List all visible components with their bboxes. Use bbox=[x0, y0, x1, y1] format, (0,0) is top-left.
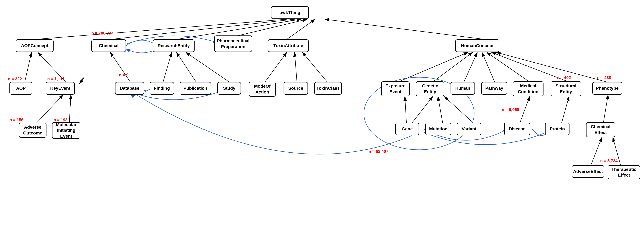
svg-line-26 bbox=[496, 52, 607, 82]
aop-node: AOP bbox=[10, 82, 32, 95]
adverse-outcome-node: AdverseOutcome bbox=[19, 123, 46, 138]
human-node: Human bbox=[450, 82, 475, 95]
svg-line-13 bbox=[110, 52, 130, 82]
svg-line-16 bbox=[186, 52, 229, 82]
genetic-entity-node: GeneticEntity bbox=[416, 81, 444, 96]
pharm-prep-node: PharmaceuticalPreparation bbox=[214, 36, 252, 52]
owl-thing-node: owl:Thing bbox=[271, 6, 309, 19]
count-adverse-outcome: n = 156 bbox=[10, 117, 24, 122]
therapeutic-effect-node: TherapeuticEffect bbox=[608, 165, 640, 179]
svg-line-9 bbox=[25, 52, 32, 82]
source-node: Source bbox=[284, 82, 308, 95]
svg-line-32 bbox=[562, 96, 569, 123]
svg-line-18 bbox=[294, 52, 297, 82]
chemical-node: Chemical bbox=[91, 39, 126, 52]
study-node: Study bbox=[218, 82, 241, 95]
count-chemical: n = 780,037 bbox=[91, 31, 114, 36]
publication-node: Publication bbox=[180, 82, 211, 95]
medical-condition-node: MedicalCondition bbox=[513, 81, 544, 96]
gene-node: Gene bbox=[396, 123, 419, 135]
research-entity-node: ResearchEntity bbox=[153, 39, 194, 52]
svg-line-27 bbox=[412, 96, 433, 123]
adverse-effect-node: AdverseEffect bbox=[572, 165, 604, 178]
protein-node: Protein bbox=[545, 123, 570, 135]
mode-of-action-node: ModeOfAction bbox=[249, 82, 276, 97]
svg-line-8 bbox=[325, 19, 485, 39]
finding-node: Finding bbox=[150, 82, 174, 95]
database-node: Database bbox=[115, 82, 144, 95]
count-aop: n = 322 bbox=[8, 76, 22, 81]
svg-line-20 bbox=[398, 52, 468, 82]
count-database: n = 9 bbox=[119, 73, 128, 77]
svg-line-29 bbox=[444, 96, 474, 123]
svg-line-7 bbox=[287, 19, 315, 39]
human-concept-node: HumanConcept bbox=[455, 39, 500, 52]
count-disease: n = 6,060 bbox=[502, 107, 519, 112]
svg-line-12 bbox=[69, 95, 71, 123]
exposure-event-node: ExposureEvent bbox=[381, 81, 410, 96]
count-therapeutic: n = 5,734 bbox=[600, 158, 618, 163]
svg-line-28 bbox=[438, 96, 443, 123]
svg-line-23 bbox=[482, 52, 495, 82]
svg-line-15 bbox=[176, 52, 196, 82]
toxin-attr-node: ToxinAttribute bbox=[268, 39, 309, 52]
phenotype-node: Phenotype bbox=[592, 82, 622, 95]
svg-line-31 bbox=[520, 96, 530, 123]
aop-concept-node: AOPConcept bbox=[16, 39, 54, 52]
pathway-node: Pathway bbox=[481, 82, 507, 95]
count-key-event: n = 1,111 bbox=[47, 76, 65, 81]
svg-line-24 bbox=[487, 52, 530, 82]
svg-line-19 bbox=[302, 52, 327, 82]
mol-init-event-node: MolecularInitiatingEvent bbox=[52, 122, 80, 139]
svg-line-14 bbox=[163, 52, 172, 82]
count-structural: n = 402 bbox=[557, 75, 571, 80]
chemical-effect-node: ChemicalEffect bbox=[586, 122, 615, 137]
svg-line-17 bbox=[265, 52, 287, 82]
svg-line-33 bbox=[603, 95, 608, 123]
key-event-node: KeyEvent bbox=[46, 82, 75, 95]
count-mol-init: n = 193 bbox=[54, 117, 68, 122]
svg-line-4 bbox=[110, 19, 294, 39]
mutation-node: Mutation bbox=[425, 123, 451, 135]
toxin-class-node: ToxinClass bbox=[314, 82, 342, 95]
structural-entity-node: StructuralEntity bbox=[550, 81, 581, 96]
count-gene: n = 62,407 bbox=[369, 149, 388, 154]
svg-line-22 bbox=[464, 52, 477, 82]
count-phenotype: n = 438 bbox=[597, 75, 611, 80]
svg-line-21 bbox=[433, 52, 472, 82]
disease-node: Disease bbox=[504, 123, 530, 135]
svg-line-30 bbox=[405, 96, 406, 123]
variant-node: Variant bbox=[457, 123, 481, 135]
